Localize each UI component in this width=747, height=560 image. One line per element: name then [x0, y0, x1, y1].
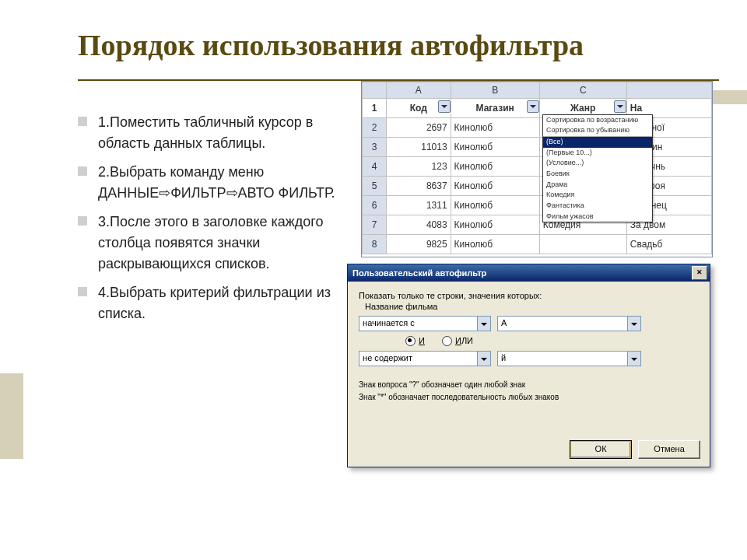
decoration-block	[0, 373, 23, 459]
table-row[interactable]: 4123КинолюбАптечнь	[363, 156, 712, 176]
spreadsheet-window: A B C 1 Код Магазин Жанр На 22697Кинолюб…	[361, 81, 713, 257]
hint-line: Знак "*" обозначает последовательность л…	[359, 391, 699, 404]
custom-autofilter-dialog: Пользовательский автофильтр Показать тол…	[347, 264, 710, 467]
radio-or-label: ИЛИ	[455, 336, 473, 345]
autofilter-dropdown-icon[interactable]	[438, 100, 451, 113]
column-header[interactable]: B	[451, 82, 539, 98]
row-number[interactable]: 8	[363, 234, 387, 254]
field-label: Название фильма	[365, 302, 699, 311]
menu-item[interactable]: (Условие...)	[543, 158, 652, 169]
row-number[interactable]: 2	[363, 117, 387, 137]
cell[interactable]: 2697	[387, 117, 451, 137]
table-row[interactable]: 311013КинолюбТермин	[363, 137, 712, 156]
bullet-item: 4.Выбрать критерий фильтрации из списка.	[78, 282, 347, 324]
menu-item[interactable]: Боевик	[543, 169, 652, 180]
row-number[interactable]: 3	[363, 137, 387, 156]
menu-item[interactable]: Сортировка по возрастанию	[543, 115, 652, 126]
dialog-title-text: Пользовательский автофильтр	[352, 264, 486, 282]
slide-title: Порядок использования автофильтра	[78, 28, 719, 64]
cell[interactable]: Кинолюб	[451, 234, 539, 254]
bullet-item: 3.После этого в заголовке каждого столбц…	[78, 212, 347, 275]
slide: Порядок использования автофильтра 1.Поме…	[0, 0, 747, 560]
radio-dot-icon	[442, 336, 452, 346]
menu-item-selected[interactable]: (Все)	[543, 136, 652, 148]
cell[interactable]: 1311	[387, 195, 451, 215]
field-header-row: 1 Код Магазин Жанр На	[363, 98, 712, 117]
row-number[interactable]: 1	[363, 98, 387, 117]
menu-item[interactable]: Сортировка по убыванию	[543, 125, 652, 136]
table-row[interactable]: 61311КинолюбБлизнец	[363, 195, 712, 215]
menu-item[interactable]: (Первые 10...)	[543, 148, 652, 159]
row-number[interactable]: 4	[363, 156, 387, 176]
column-header[interactable]	[626, 82, 711, 98]
cell[interactable]: Кинолюб	[451, 156, 539, 176]
cell[interactable]: 9825	[387, 234, 451, 254]
bullet-list: 1.Поместить табличный курсор в область д…	[78, 112, 347, 332]
radio-and-label: И	[419, 336, 425, 345]
hint-line: Знак вопроса "?" обозначает один любой з…	[359, 379, 699, 391]
table-row[interactable]: 58637КинолюбПод роя	[363, 176, 712, 195]
cell[interactable]: 11013	[387, 137, 451, 156]
intro-label: Показать только те строки, значения кото…	[359, 291, 699, 300]
cell[interactable]: 8637	[387, 176, 451, 195]
table-row[interactable]: 74083КинолюбКомедияЗа двом	[363, 215, 712, 234]
menu-item[interactable]: Фантастика	[543, 201, 652, 212]
menu-item[interactable]: Комедия	[543, 190, 652, 201]
body-row: 1.Поместить табличный курсор в область д…	[78, 112, 719, 332]
spreadsheet-grid: A B C 1 Код Магазин Жанр На 22697Кинолюб…	[362, 82, 712, 254]
bullet-item: 2.Выбрать команду меню ДАННЫЕ⇨ФИЛЬТР⇨АВТ…	[78, 162, 347, 204]
cell[interactable]: 4083	[387, 215, 451, 234]
condition-row-2: не содержит й	[359, 351, 699, 366]
bullet-item: 1.Поместить табличный курсор в область д…	[78, 112, 347, 154]
cell[interactable]: Кинолюб	[451, 195, 539, 215]
row-number[interactable]: 6	[363, 195, 387, 215]
menu-item[interactable]: Драма	[543, 180, 652, 191]
operator-combo-2[interactable]: не содержит	[359, 351, 491, 366]
table-row[interactable]: 89825КинолюбСвадьб	[363, 234, 712, 254]
column-header[interactable]: C	[539, 82, 626, 98]
cell[interactable]: Кинолюб	[451, 117, 539, 137]
operator-combo-1[interactable]: начинается с	[359, 316, 491, 331]
cell[interactable]: Свадьб	[626, 234, 711, 254]
dialog-titlebar[interactable]: Пользовательский автофильтр	[348, 264, 710, 282]
cell[interactable]: Кинолюб	[451, 137, 539, 156]
radio-dot-icon	[405, 336, 416, 346]
close-icon[interactable]	[692, 266, 707, 280]
field-header[interactable]: Код	[387, 98, 451, 117]
cell[interactable]: Кинолюб	[451, 215, 539, 234]
field-header[interactable]: Магазин	[451, 98, 539, 117]
table-row[interactable]: 22697КинолюбДвойної	[363, 117, 712, 137]
hints: Знак вопроса "?" обозначает один любой з…	[359, 379, 699, 404]
menu-item[interactable]: Фильм ужасов	[543, 212, 652, 222]
autofilter-dropdown-icon[interactable]	[614, 100, 626, 113]
autofilter-menu[interactable]: Сортировка по возрастанию Сортировка по …	[542, 114, 653, 223]
radio-or[interactable]: ИЛИ	[442, 336, 473, 346]
row-number[interactable]: 5	[363, 176, 387, 195]
value-combo-1[interactable]: А	[497, 316, 641, 331]
screenshots-area: A B C 1 Код Магазин Жанр На 22697Кинолюб…	[355, 112, 719, 332]
condition-row-1: начинается с А	[359, 316, 699, 331]
ok-button[interactable]: ОК	[570, 440, 632, 459]
column-header[interactable]: A	[387, 82, 451, 98]
autofilter-dropdown-icon[interactable]	[527, 100, 539, 113]
dialog-buttons: ОК Отмена	[570, 440, 700, 459]
value-combo-2[interactable]: й	[497, 351, 641, 366]
cell[interactable]: Кинолюб	[451, 176, 539, 195]
row-number[interactable]: 7	[363, 215, 387, 234]
cancel-button[interactable]: Отмена	[638, 440, 700, 459]
logic-radios: И ИЛИ	[405, 336, 699, 346]
radio-and[interactable]: И	[405, 336, 425, 346]
dialog-body: Показать только те строки, значения кото…	[348, 282, 710, 413]
corner-cell[interactable]	[363, 82, 387, 98]
column-letter-row: A B C	[363, 82, 712, 98]
cell[interactable]	[539, 234, 626, 254]
cell[interactable]: 123	[387, 156, 451, 176]
